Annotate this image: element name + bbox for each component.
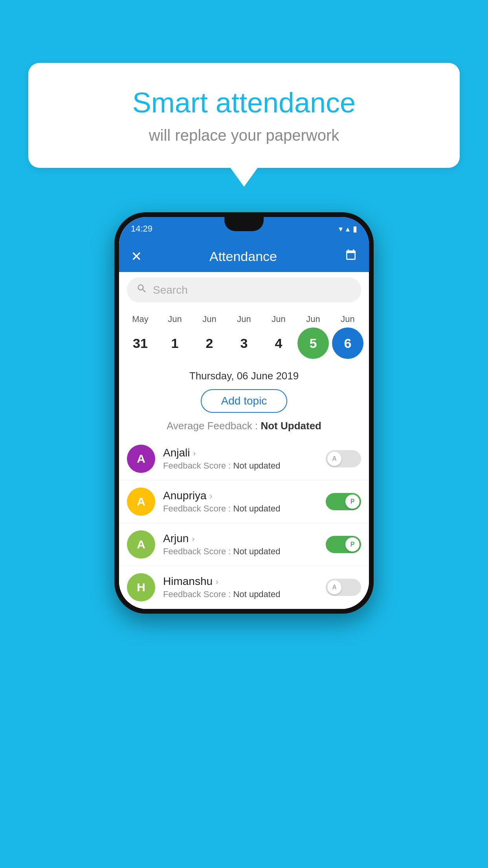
selected-date-label: Thursday, 06 June 2019 <box>189 370 299 382</box>
toggle-knob: A <box>327 580 341 594</box>
close-button[interactable]: ✕ <box>131 248 142 264</box>
phone-outer: 14:29 ▾ ▴ ▮ ✕ Attendance <box>114 212 374 614</box>
wifi-icon: ▾ <box>339 224 343 234</box>
signal-icon: ▴ <box>346 224 350 234</box>
student-info: Himanshu›Feedback Score : Not updated <box>163 575 326 600</box>
search-container: Search <box>119 272 369 308</box>
feedback-average: Average Feedback : Not Updated <box>119 417 369 438</box>
status-icons: ▾ ▴ ▮ <box>339 224 357 234</box>
chevron-right-icon: › <box>192 534 194 543</box>
list-item: AArjun›Feedback Score : Not updatedP <box>119 523 369 566</box>
battery-icon: ▮ <box>353 224 357 234</box>
calendar-date[interactable]: 31 <box>125 327 156 359</box>
search-bar[interactable]: Search <box>127 278 361 302</box>
calendar-strip: MayJunJunJunJunJunJun 31123456 <box>119 308 369 363</box>
student-info: Anupriya›Feedback Score : Not updated <box>163 489 326 514</box>
calendar-date[interactable]: 4 <box>263 327 294 359</box>
calendar-months: MayJunJunJunJunJunJun <box>123 314 365 324</box>
toggle-knob: P <box>345 537 360 552</box>
app-header: ✕ Attendance <box>119 241 369 272</box>
list-item: AAnjali›Feedback Score : Not updatedA <box>119 438 369 480</box>
calendar-month: Jun <box>332 314 363 324</box>
chevron-right-icon: › <box>193 449 196 458</box>
calendar-date[interactable]: 3 <box>228 327 260 359</box>
attendance-toggle[interactable]: P <box>326 536 361 553</box>
student-list: AAnjali›Feedback Score : Not updatedAAAn… <box>119 438 369 609</box>
list-item: HHimanshu›Feedback Score : Not updatedA <box>119 566 369 609</box>
attendance-toggle[interactable]: A <box>326 450 361 467</box>
avatar: A <box>127 487 155 516</box>
search-input[interactable]: Search <box>153 284 188 296</box>
date-info: Thursday, 06 June 2019 <box>119 363 369 385</box>
student-info: Anjali›Feedback Score : Not updated <box>163 447 326 471</box>
list-item: AAnupriya›Feedback Score : Not updatedP <box>119 480 369 523</box>
speech-bubble: Smart attendance will replace your paper… <box>28 63 460 168</box>
student-feedback: Feedback Score : Not updated <box>163 461 326 471</box>
speech-bubble-section: Smart attendance will replace your paper… <box>28 63 460 168</box>
bubble-title: Smart attendance <box>60 86 428 119</box>
attendance-toggle[interactable]: A <box>326 579 361 596</box>
phone-screen: 14:29 ▾ ▴ ▮ ✕ Attendance <box>119 217 369 609</box>
student-feedback: Feedback Score : Not updated <box>163 589 326 600</box>
chevron-right-icon: › <box>210 491 213 500</box>
student-feedback: Feedback Score : Not updated <box>163 546 326 557</box>
calendar-date[interactable]: 5 <box>297 327 329 359</box>
calendar-month: Jun <box>159 314 191 324</box>
avatar: A <box>127 445 155 473</box>
phone-notch <box>224 217 264 231</box>
avatar: A <box>127 530 155 559</box>
calendar-month: Jun <box>228 314 260 324</box>
header-title: Attendance <box>142 249 345 264</box>
add-topic-button[interactable]: Add topic <box>201 389 288 413</box>
phone-mockup: 14:29 ▾ ▴ ▮ ✕ Attendance <box>114 212 374 614</box>
calendar-month: Jun <box>194 314 225 324</box>
bubble-subtitle: will replace your paperwork <box>60 127 428 144</box>
toggle-knob: P <box>345 495 360 509</box>
status-bar: 14:29 ▾ ▴ ▮ <box>119 217 369 241</box>
student-name[interactable]: Arjun› <box>163 532 326 545</box>
student-feedback: Feedback Score : Not updated <box>163 504 326 514</box>
add-topic-container: Add topic <box>119 385 369 417</box>
calendar-month: Jun <box>263 314 294 324</box>
status-time: 14:29 <box>131 224 152 234</box>
avatar: H <box>127 573 155 601</box>
student-info: Arjun›Feedback Score : Not updated <box>163 532 326 557</box>
calendar-date[interactable]: 1 <box>159 327 191 359</box>
calendar-dates: 31123456 <box>123 327 365 359</box>
calendar-month: May <box>125 314 156 324</box>
student-name[interactable]: Anupriya› <box>163 489 326 502</box>
toggle-knob: A <box>327 452 341 466</box>
student-name[interactable]: Anjali› <box>163 447 326 459</box>
feedback-avg-label: Average Feedback : <box>167 420 261 432</box>
calendar-icon[interactable] <box>345 249 357 264</box>
feedback-avg-value: Not Updated <box>261 420 321 432</box>
calendar-date[interactable]: 2 <box>194 327 225 359</box>
chevron-right-icon: › <box>216 577 218 586</box>
search-icon <box>136 283 147 297</box>
calendar-date[interactable]: 6 <box>332 327 363 359</box>
student-name[interactable]: Himanshu› <box>163 575 326 588</box>
calendar-month: Jun <box>297 314 329 324</box>
attendance-toggle[interactable]: P <box>326 493 361 510</box>
